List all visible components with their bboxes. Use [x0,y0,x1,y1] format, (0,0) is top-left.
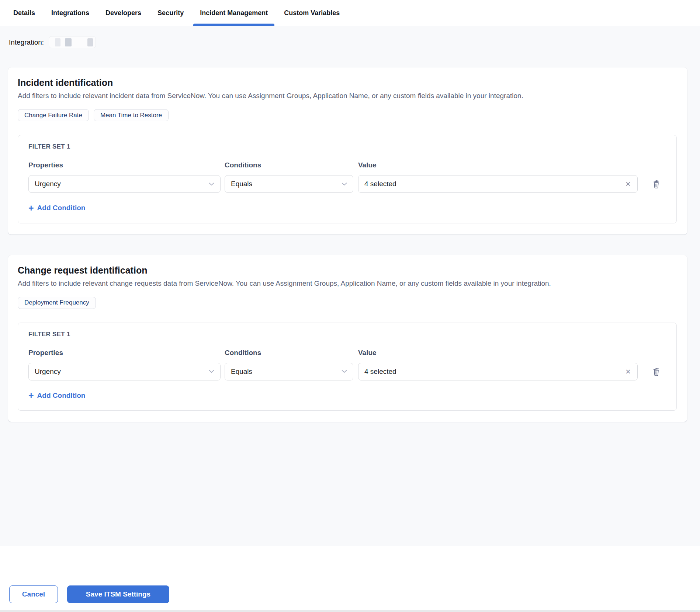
integration-label: Integration: [9,38,44,46]
plus-icon: + [28,392,34,399]
value-multiselect-summary: 4 selected [364,180,625,188]
redacted-block [55,38,60,46]
tab-custom-variables[interactable]: Custom Variables [276,0,348,26]
integration-value-redacted [49,36,96,48]
value-multiselect-summary: 4 selected [364,368,625,376]
delete-condition-button[interactable] [651,366,661,377]
footer-action-bar: Cancel Save ITSM Settings [0,575,700,612]
add-condition-button[interactable]: + Add Condition [28,392,85,400]
chip-mean-time-to-restore: Mean Time to Restore [94,109,169,121]
clear-value-button[interactable]: × [625,180,631,188]
incident-identification-card: Incident identification Add filters to i… [8,67,687,234]
tab-bar: Details Integrations Developers Security… [0,0,700,26]
chevron-down-icon [342,370,347,373]
tab-label: Developers [105,9,141,17]
metric-chip-row: Deployment Frequency [18,297,677,309]
condition-select-value: Equals [231,368,342,376]
section-title: Incident identification [18,77,677,88]
tab-label: Details [13,9,35,17]
filter-set: FILTER SET 1 Properties Conditions Value… [18,135,677,223]
column-header-conditions: Conditions [225,161,353,169]
tab-label: Security [157,9,184,17]
filter-set: FILTER SET 1 Properties Conditions Value… [18,323,677,411]
incident-management-panel: Integration: Incident identification Add… [0,26,700,546]
tab-label: Incident Management [200,9,268,17]
clear-value-button[interactable]: × [625,367,631,376]
condition-select[interactable]: Equals [225,175,353,193]
add-condition-label: Add Condition [37,204,86,212]
trash-icon [652,367,661,376]
condition-row: Urgency Equals 4 selected × [28,363,666,380]
filter-set-title: FILTER SET 1 [28,331,666,338]
column-header-value: Value [358,161,638,169]
tab-security[interactable]: Security [149,0,192,26]
value-multiselect[interactable]: 4 selected × [358,363,638,380]
condition-select-value: Equals [231,180,342,188]
value-multiselect[interactable]: 4 selected × [358,175,638,193]
column-header-value: Value [358,349,638,357]
column-headers: Properties Conditions Value [28,161,666,169]
save-itsm-settings-button[interactable]: Save ITSM Settings [67,585,169,603]
filter-set-title: FILTER SET 1 [28,143,666,150]
active-tab-indicator [193,24,274,26]
chip-deployment-frequency: Deployment Frequency [18,297,96,309]
property-select-value: Urgency [35,180,209,188]
column-header-conditions: Conditions [225,349,353,357]
column-headers: Properties Conditions Value [28,349,666,357]
column-header-properties: Properties [28,161,221,169]
section-description: Add filters to include relevant incident… [18,91,677,100]
section-description: Add filters to include relevant change r… [18,279,677,288]
chevron-down-icon [209,370,214,373]
metric-chip-row: Change Failure Rate Mean Time to Restore [18,109,677,121]
redacted-block [87,38,93,46]
change-request-identification-card: Change request identification Add filter… [8,255,687,422]
property-select-value: Urgency [35,368,209,376]
tab-label: Integrations [51,9,89,17]
cancel-button[interactable]: Cancel [9,585,58,603]
integration-row: Integration: [9,36,700,48]
condition-row: Urgency Equals 4 selected × [28,175,666,193]
chevron-down-icon [209,182,214,186]
tab-details[interactable]: Details [5,0,43,26]
add-condition-button[interactable]: + Add Condition [28,204,85,212]
tab-incident-management[interactable]: Incident Management [192,0,276,26]
footer-spacer [0,546,700,575]
section-title: Change request identification [18,265,677,276]
chevron-down-icon [342,182,347,186]
add-condition-label: Add Condition [37,392,86,400]
redacted-block [65,38,71,46]
property-select[interactable]: Urgency [28,363,221,380]
delete-condition-button[interactable] [651,178,661,189]
tab-developers[interactable]: Developers [97,0,149,26]
bottom-edge-strip [0,610,700,612]
column-header-properties: Properties [28,349,221,357]
plus-icon: + [28,205,34,212]
tab-integrations[interactable]: Integrations [43,0,97,26]
condition-select[interactable]: Equals [225,363,353,380]
chip-change-failure-rate: Change Failure Rate [18,109,89,121]
tab-label: Custom Variables [284,9,340,17]
property-select[interactable]: Urgency [28,175,221,193]
trash-icon [652,179,661,189]
